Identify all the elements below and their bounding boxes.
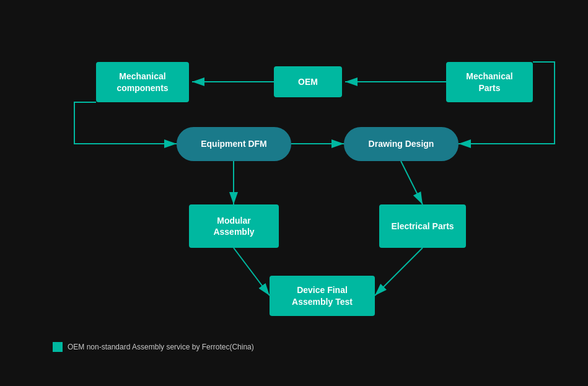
arrows-svg [0, 0, 588, 386]
drawing-design-box: Drawing Design [344, 127, 459, 161]
legend-text: OEM non-standard Assembly service by Fer… [68, 343, 254, 351]
mechanical-parts-box: Mechanical Parts [446, 62, 533, 102]
svg-line-8 [375, 248, 423, 296]
oem-box: OEM [274, 66, 342, 97]
electrical-parts-box: Electrical Parts [379, 204, 466, 248]
legend: OEM non-standard Assembly service by Fer… [53, 342, 254, 352]
svg-line-7 [234, 248, 270, 296]
modular-assembly-box: Modular Assembly [189, 204, 279, 248]
device-final-assembly-box: Device Final Assembly Test [270, 276, 375, 316]
legend-color-box [53, 342, 63, 352]
equipment-dfm-box: Equipment DFM [177, 127, 291, 161]
svg-line-6 [401, 161, 423, 204]
mechanical-components-box: Mechanical components [96, 62, 189, 102]
diagram-container: Mechanical components OEM Mechanical Par… [0, 0, 588, 386]
